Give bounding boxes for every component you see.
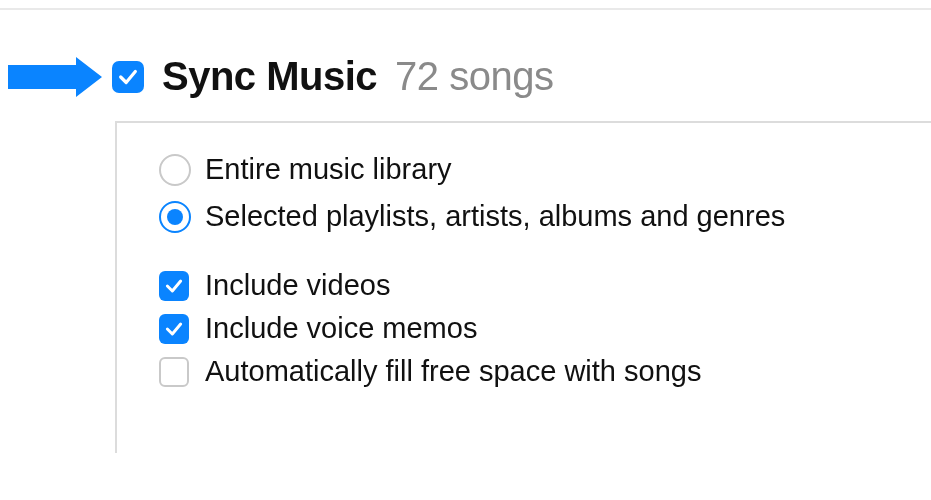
radio-selected-items[interactable] xyxy=(159,201,191,233)
radio-entire-library-row[interactable]: Entire music library xyxy=(159,153,915,186)
checkmark-icon xyxy=(117,66,139,88)
auto-fill-checkbox[interactable] xyxy=(159,357,189,387)
radio-entire-library-label: Entire music library xyxy=(205,153,452,186)
auto-fill-label: Automatically fill free space with songs xyxy=(205,355,701,388)
sync-music-count: 72 songs xyxy=(395,54,553,99)
include-voice-memos-label: Include voice memos xyxy=(205,312,477,345)
sync-music-checkbox[interactable] xyxy=(112,61,144,93)
divider-top xyxy=(0,8,931,10)
radio-selected-items-label: Selected playlists, artists, albums and … xyxy=(205,200,785,233)
include-videos-label: Include videos xyxy=(205,269,390,302)
radio-selected-items-row[interactable]: Selected playlists, artists, albums and … xyxy=(159,200,915,233)
include-voice-memos-row[interactable]: Include voice memos xyxy=(159,312,915,345)
include-videos-checkbox[interactable] xyxy=(159,271,189,301)
library-scope-radio-group: Entire music library Selected playlists,… xyxy=(159,153,915,233)
include-videos-row[interactable]: Include videos xyxy=(159,269,915,302)
include-options-group: Include videos Include voice memos Autom… xyxy=(159,269,915,388)
sync-music-header: Sync Music 72 songs xyxy=(8,54,931,99)
checkmark-icon xyxy=(164,276,184,296)
radio-entire-library[interactable] xyxy=(159,154,191,186)
auto-fill-row[interactable]: Automatically fill free space with songs xyxy=(159,355,915,388)
sync-music-settings-panel: Sync Music 72 songs Entire music library… xyxy=(0,0,931,500)
checkmark-icon xyxy=(164,319,184,339)
svg-marker-0 xyxy=(8,57,102,97)
sync-music-title: Sync Music xyxy=(162,54,377,99)
sync-music-options-box: Entire music library Selected playlists,… xyxy=(115,121,931,453)
include-voice-memos-checkbox[interactable] xyxy=(159,314,189,344)
pointer-arrow-icon xyxy=(8,57,102,97)
